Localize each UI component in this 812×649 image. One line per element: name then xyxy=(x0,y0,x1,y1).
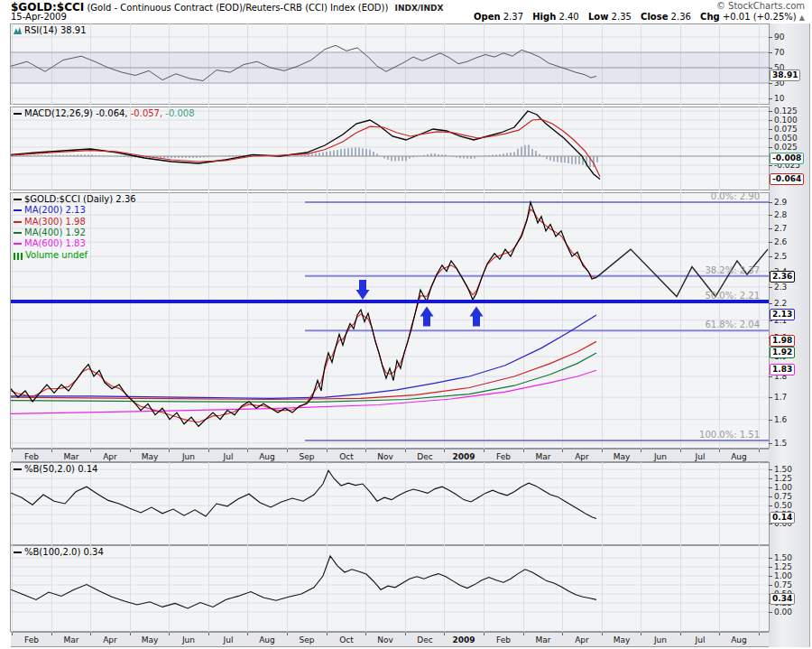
axis-tick-mark xyxy=(769,37,772,38)
axis-tick-mark xyxy=(769,469,772,470)
axis-tick-label: 0.100 xyxy=(774,116,798,125)
axis-tick-mark xyxy=(769,585,772,586)
legend-text: %B(100,2.0) 0.34 xyxy=(24,547,104,557)
month-label: May xyxy=(606,452,637,461)
month-tick xyxy=(365,633,366,635)
ohlc-high-label: High xyxy=(532,12,556,22)
chart-stage: $GOLD:$CCI (Gold - Continuous Contract (… xyxy=(0,0,812,649)
legend-item: MA(200) 2.13 xyxy=(14,205,86,215)
axis-tick-mark xyxy=(769,567,772,568)
panel-main-plot: 0.0%: 2.9038.2%: 2.3750.0%: 2.2161.8%: 2… xyxy=(11,192,769,449)
month-tick xyxy=(641,633,641,635)
axis-tick-mark xyxy=(769,558,772,559)
month-tick xyxy=(12,633,13,635)
month-tick xyxy=(365,450,366,452)
month-label: Mar xyxy=(528,452,558,461)
axis-tick-label: 2.2 xyxy=(774,299,787,308)
series-macd xyxy=(11,111,600,180)
legend-bars-icon xyxy=(14,253,23,260)
month-tick xyxy=(562,450,563,452)
legend-item: $GOLD:$CCI (Daily) 2.36 xyxy=(14,194,136,204)
axis-tick-label: 70 xyxy=(774,48,784,57)
legend-text: %B(50,2.0) 0.14 xyxy=(24,464,97,474)
legend-item: MA(300) 1.98 xyxy=(14,217,86,227)
gridlines xyxy=(11,545,769,632)
fib-label: 38.2%: 2.37 xyxy=(705,265,760,275)
axis-tick-mark xyxy=(769,138,772,139)
axis-tick-label: 0.75 xyxy=(774,580,792,589)
month-label: Jul xyxy=(685,452,715,461)
month-label: Jun xyxy=(645,452,676,461)
legend-text: -0.057, xyxy=(128,108,163,118)
axis-value-box: 0.34 xyxy=(770,593,795,605)
month-label: May xyxy=(134,635,165,644)
gridlines xyxy=(11,107,769,190)
month-tick xyxy=(405,633,406,635)
month-tick xyxy=(444,450,445,452)
month-tick xyxy=(562,633,563,635)
series-ma600 xyxy=(11,370,596,413)
axis-value-box: -0.064 xyxy=(770,173,804,185)
fib-label: 50.0%: 2.21 xyxy=(705,291,760,301)
ohlc-open-label: Open xyxy=(474,12,501,22)
legend-dash-icon xyxy=(14,209,22,211)
axis-tick-mark xyxy=(769,376,772,377)
fib-label: 61.8%: 2.04 xyxy=(705,320,760,329)
axis-value-box: -0.008 xyxy=(770,153,804,164)
month-tick xyxy=(90,450,91,452)
axis-tick-label: 0.075 xyxy=(774,125,798,134)
axis-tick-label: 90 xyxy=(774,32,784,42)
month-label: Mar xyxy=(56,635,87,644)
axis-tick-label: 1.5 xyxy=(774,439,787,448)
ohlc-open-value: 2.37 xyxy=(503,12,523,22)
panel-rsi-plot xyxy=(11,23,769,105)
month-tick xyxy=(208,633,209,635)
axis-tick-label: 2.5 xyxy=(774,252,787,261)
month-label: Aug xyxy=(724,452,754,461)
axis-value-box: 38.91 xyxy=(770,70,800,81)
month-label: Feb xyxy=(16,452,47,461)
month-tick xyxy=(247,633,248,635)
axis-tick-label: 2.6 xyxy=(774,237,787,246)
axis-tick-mark xyxy=(769,147,772,148)
legend-chart-icon xyxy=(14,27,22,34)
series-price xyxy=(11,202,596,426)
month-tick xyxy=(130,633,131,635)
legend-text: MA(300) 1.98 xyxy=(24,217,86,227)
month-label: May xyxy=(134,452,165,461)
axis-tick-mark xyxy=(769,120,772,121)
legend-dash-icon xyxy=(14,232,22,234)
legend-text: Volume undef xyxy=(25,250,88,260)
month-tick xyxy=(602,450,603,452)
legend-dash-icon xyxy=(14,552,22,553)
axis-tick-mark xyxy=(769,496,772,497)
legend-dash-icon xyxy=(14,113,22,115)
axis-value-box: 1.92 xyxy=(770,347,795,358)
axis-tick-mark xyxy=(769,397,772,398)
axis-tick-mark xyxy=(769,576,772,577)
month-tick xyxy=(208,450,209,452)
axis-tick-label: 1.50 xyxy=(774,553,792,562)
ohlc-chg-value: +0.01 (+0.25%) xyxy=(723,12,797,22)
axis-tick-mark xyxy=(769,165,772,166)
panel-b100-plot xyxy=(11,545,769,632)
month-label: Oct xyxy=(331,452,362,461)
axis-tick-label: 1.7 xyxy=(774,393,787,402)
month-tick xyxy=(287,450,288,452)
month-tick xyxy=(602,633,603,635)
chart-title-row: $GOLD:$CCI (Gold - Continuous Contract (… xyxy=(11,1,443,14)
month-tick xyxy=(680,633,681,635)
axis-value-box: 1.83 xyxy=(770,364,795,375)
legend-item: MACD(12,26,9) -0.064, -0.057, -0.008 xyxy=(14,108,195,118)
month-tick xyxy=(719,633,720,635)
month-label: Mar xyxy=(528,635,558,644)
month-tick xyxy=(759,450,760,452)
axis-tick-label: 2.7 xyxy=(774,224,787,233)
month-label: 2009 xyxy=(448,452,479,461)
axis-tick-label: 1.25 xyxy=(774,562,792,571)
axis-tick-mark xyxy=(769,202,772,203)
month-label: Feb xyxy=(16,635,47,644)
legend-item: %B(50,2.0) 0.14 xyxy=(14,464,97,474)
change-up-icon: ▲ xyxy=(799,14,805,22)
panel-macd-plot xyxy=(11,107,769,190)
